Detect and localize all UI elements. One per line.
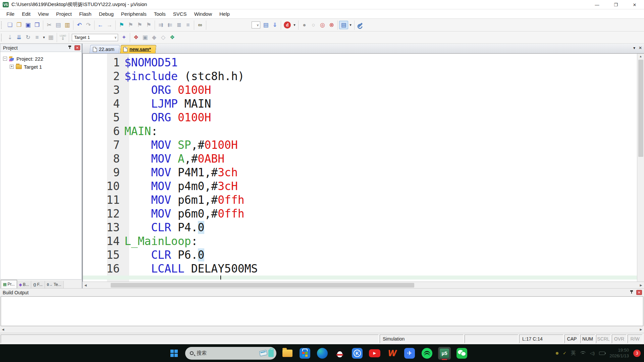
incremental-find-button[interactable]: ⇓ — [270, 21, 279, 29]
code-line-8[interactable]: 8 MOV A,#0ABH — [83, 152, 637, 166]
undo-button[interactable]: ↶ — [75, 21, 84, 29]
scroll-right-icon[interactable]: ▶ — [638, 284, 644, 287]
code-editor[interactable]: 1$NOMOD512$include (stc8h.h)3 ORG 0100H4… — [83, 54, 644, 282]
ime-indicator[interactable]: 英 — [571, 350, 576, 356]
build-output-content[interactable] — [1, 296, 643, 326]
battery-icon[interactable] — [599, 352, 605, 355]
breakpoint-kill-all-button[interactable]: ⊗ — [327, 21, 336, 29]
qq-button[interactable] — [333, 347, 346, 360]
code-line-10[interactable]: 10 MOV p4m0,#3cH — [83, 179, 637, 193]
batch-build-button[interactable]: ≡ — [33, 33, 42, 42]
cut-button[interactable]: ✂ — [45, 21, 54, 29]
tray-status-icon[interactable]: ✓ — [563, 351, 567, 356]
editor-tab-new-sam[interactable]: new.sam* — [120, 45, 157, 53]
pin-icon[interactable] — [68, 46, 72, 50]
translate-button[interactable]: ⇣ — [5, 33, 14, 42]
volume-icon[interactable]: ◁) — [590, 351, 595, 356]
menu-file[interactable]: File — [3, 10, 18, 18]
keep-button[interactable]: K — [351, 347, 364, 360]
breakpoint-disable-button[interactable]: ○ — [309, 21, 318, 29]
tree-item-target[interactable]: + Target 1 — [3, 63, 82, 71]
window-layout-caret[interactable]: ▾ — [348, 21, 353, 29]
wps-button[interactable]: W — [386, 347, 398, 360]
scroll-left-icon[interactable]: ◀ — [83, 284, 89, 287]
file-explorer-button[interactable] — [281, 347, 294, 360]
spotify-button[interactable] — [421, 347, 433, 360]
menu-tools[interactable]: Tools — [150, 10, 169, 18]
target-options-button[interactable]: ✦ — [119, 33, 128, 42]
clock[interactable]: 19:50 2026/1/13 — [609, 348, 629, 359]
tab-close-icon[interactable]: ✕ — [639, 46, 642, 50]
bookmark-toggle-button[interactable]: ⚑ — [117, 21, 126, 29]
menu-window[interactable]: Window — [191, 10, 216, 18]
breakpoint-disable-all-button[interactable]: ◎ — [318, 21, 327, 29]
code-line-5[interactable]: 5 ORG 0100H — [83, 111, 637, 124]
code-line-9[interactable]: 9 MOV P4M1,#3ch — [83, 166, 637, 179]
paste-button[interactable]: ▥ — [63, 21, 72, 29]
debug-session-button[interactable]: d — [284, 21, 291, 28]
functions-tab[interactable]: {}F... — [31, 281, 45, 288]
bookmark-clear-button[interactable]: ⚑ — [144, 21, 153, 29]
tree-item-project[interactable]: − Project: 222 — [3, 55, 82, 63]
microsoft-store-button[interactable] — [299, 347, 311, 360]
menu-debug[interactable]: Debug — [95, 10, 117, 18]
xunlei-button[interactable]: ✈ — [403, 347, 416, 360]
code-line-13[interactable]: 13 CLR P4.0 — [83, 221, 637, 234]
stop-build-button[interactable]: ▦ — [46, 33, 55, 42]
code-line-6[interactable]: 6MAIN: — [83, 124, 637, 138]
edge-button[interactable] — [316, 347, 329, 360]
toolbar-drag-handle-2[interactable] — [1, 34, 3, 41]
manage-layers-button[interactable]: ▣ — [141, 33, 150, 42]
save-all-button[interactable]: ❒ — [33, 21, 42, 29]
books-tab[interactable]: ◆B... — [17, 281, 31, 288]
project-panel-close-icon[interactable]: ✕ — [74, 45, 80, 50]
menu-svcs[interactable]: SVCS — [169, 10, 191, 18]
vertical-scroll-thumb[interactable] — [638, 60, 643, 157]
code-line-4[interactable]: 4 LJMP MAIN — [83, 97, 637, 111]
scroll-left-icon[interactable]: ◀ — [0, 328, 6, 331]
menu-help[interactable]: Help — [216, 10, 233, 18]
menu-view[interactable]: View — [34, 10, 52, 18]
indent-button[interactable]: ⇉ — [156, 21, 165, 29]
target-select[interactable]: Target 1∨ — [72, 34, 118, 41]
window-layout-button[interactable]: ▤ — [339, 21, 348, 29]
build-output-close-icon[interactable]: ✕ — [636, 290, 642, 295]
tray-dot-icon[interactable] — [556, 352, 558, 355]
uvision-taskbar-button[interactable]: µ5 — [438, 347, 451, 360]
new-file-button[interactable]: ❏ — [5, 21, 14, 29]
menu-peripherals[interactable]: Peripherals — [117, 10, 150, 18]
collapse-icon[interactable]: − — [3, 57, 7, 61]
youtube-button[interactable]: ▶ — [368, 347, 381, 360]
manage-items-button[interactable]: ❖ — [131, 33, 141, 42]
help-wrench-button[interactable] — [356, 21, 365, 29]
batch-build-caret[interactable]: ▾ — [42, 33, 46, 42]
save-button[interactable]: ▣ — [23, 21, 33, 29]
bookmark-prev-button[interactable]: ⚑ — [126, 21, 135, 29]
open-file-button[interactable]: ❐ — [14, 21, 23, 29]
taskbar-search-input[interactable]: 搜索 — [185, 347, 276, 360]
editor-tab-22-asm[interactable]: 22.asm — [90, 45, 120, 53]
find-text-button[interactable]: ▤ — [261, 21, 270, 29]
breakpoint-button[interactable]: ● — [300, 21, 309, 29]
debug-dropdown-caret[interactable]: ▾ — [292, 21, 297, 29]
manage-components-button[interactable]: ◇ — [159, 33, 168, 42]
menu-flash[interactable]: Flash — [75, 10, 95, 18]
copy-button[interactable]: ▤ — [54, 21, 63, 29]
code-line-12[interactable]: 12 MOV p6m0,#0ffh — [83, 207, 637, 221]
code-line-14[interactable]: 14L_MainLoop: — [83, 234, 637, 248]
navigate-forward-button[interactable]: → — [105, 21, 114, 29]
editor-horizontal-scrollbar[interactable]: ◀ ▶ — [83, 282, 644, 288]
templates-tab[interactable]: 0→Te... — [45, 281, 64, 288]
uncomment-button[interactable]: ≡ — [183, 21, 193, 29]
wechat-button[interactable] — [455, 347, 468, 360]
code-line-16[interactable]: 16 LCALL DELAY500MS — [83, 262, 637, 276]
horizontal-scroll-thumb[interactable] — [111, 283, 414, 288]
expand-icon[interactable]: + — [10, 65, 14, 69]
tab-list-dropdown-icon[interactable]: ▾ — [633, 46, 635, 50]
find-in-files-button[interactable]: ∞ — [196, 21, 205, 29]
minimize-button[interactable]: — — [588, 0, 606, 9]
maximize-button[interactable]: ❐ — [606, 0, 625, 9]
build-output-pin-icon[interactable] — [630, 290, 634, 295]
code-line-17-partial[interactable] — [83, 276, 637, 280]
toolbar-drag-handle[interactable] — [1, 21, 3, 29]
